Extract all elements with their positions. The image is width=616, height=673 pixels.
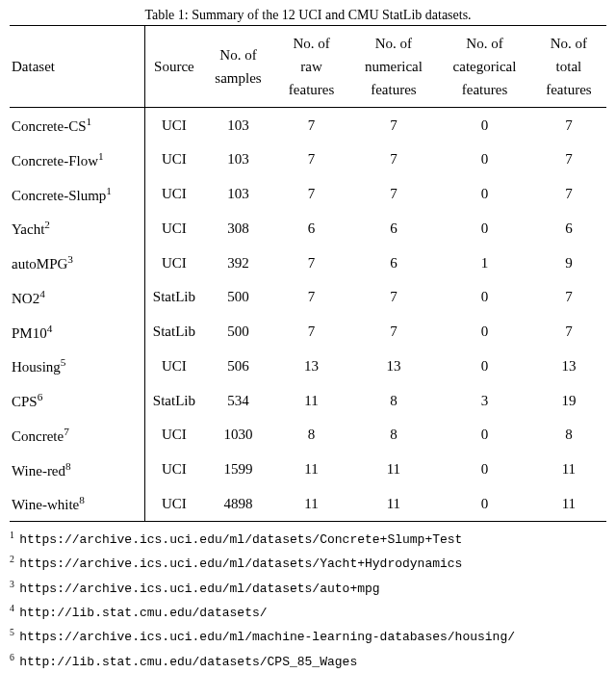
footnote: 6 http://lib.stat.cmu.edu/datasets/CPS_8… xyxy=(10,652,606,669)
cell-total: 11 xyxy=(531,453,606,487)
dataset-footnote-ref: 1 xyxy=(106,185,112,196)
cell-dataset: CPS6 xyxy=(10,383,145,418)
cell-source: StatLib xyxy=(145,315,203,349)
cell-raw: 7 xyxy=(274,315,349,349)
cell-total: 7 xyxy=(531,315,606,349)
cell-source: UCI xyxy=(145,453,203,487)
cell-source: UCI xyxy=(145,108,203,142)
cell-numerical: 7 xyxy=(349,177,439,212)
dataset-name: Wine-white xyxy=(12,497,79,512)
cell-raw: 13 xyxy=(274,349,349,383)
cell-dataset: Wine-red8 xyxy=(10,453,145,487)
cell-numerical: 13 xyxy=(349,349,439,383)
footnote-number: 4 xyxy=(10,603,14,613)
cell-categorical: 1 xyxy=(438,246,531,280)
cell-dataset: Housing5 xyxy=(10,349,145,383)
footnote: 4 http://lib.stat.cmu.edu/datasets/ xyxy=(10,603,606,620)
cell-source: UCI xyxy=(145,211,203,246)
footnote-url: https://archive.ics.uci.edu/ml/datasets/… xyxy=(19,532,462,547)
cell-raw: 11 xyxy=(274,453,349,487)
cell-samples: 4898 xyxy=(202,486,273,521)
cell-numerical: 8 xyxy=(349,383,439,418)
dataset-footnote-ref: 2 xyxy=(44,219,50,230)
cell-source: UCI xyxy=(145,349,203,383)
footnote-url: https://archive.ics.uci.edu/ml/datasets/… xyxy=(19,582,379,596)
cell-total: 9 xyxy=(531,246,606,280)
cell-samples: 534 xyxy=(202,383,273,418)
cell-source: StatLib xyxy=(145,383,203,418)
footnote: 5 https://archive.ics.uci.edu/ml/machine… xyxy=(10,627,606,644)
dataset-name: Housing xyxy=(12,359,61,375)
table-row: autoMPG3UCI3927619 xyxy=(10,246,606,280)
footnote-number: 3 xyxy=(10,579,14,589)
cell-source: UCI xyxy=(145,177,203,212)
footnote-number: 5 xyxy=(10,627,14,637)
cell-raw: 8 xyxy=(274,418,349,453)
cell-dataset: Concrete-CS1 xyxy=(10,108,145,142)
cell-dataset: Concrete7 xyxy=(10,418,145,453)
dataset-footnote-ref: 4 xyxy=(39,288,45,299)
table-row: Wine-red8UCI15991111011 xyxy=(10,453,606,487)
cell-raw: 7 xyxy=(274,108,349,142)
footnote-number: 6 xyxy=(10,652,14,662)
cell-raw: 6 xyxy=(274,211,349,246)
footnote-url: http://lib.stat.cmu.edu/datasets/ xyxy=(19,606,267,620)
cell-categorical: 3 xyxy=(438,383,531,418)
dataset-name: Concrete-Slump xyxy=(12,188,106,203)
cell-categorical: 0 xyxy=(438,108,531,142)
cell-dataset: NO24 xyxy=(10,280,145,315)
cell-source: StatLib xyxy=(145,280,203,315)
cell-source: UCI xyxy=(145,418,203,453)
cell-total: 7 xyxy=(531,142,606,177)
cell-samples: 500 xyxy=(202,280,273,315)
cell-total: 7 xyxy=(531,280,606,315)
dataset-name: CPS xyxy=(12,394,38,409)
cell-dataset: Concrete-Slump1 xyxy=(10,177,145,212)
cell-raw: 7 xyxy=(274,246,349,280)
col-header-raw: No. of raw features xyxy=(274,26,349,108)
datasets-table: Dataset Source No. of samples No. of raw… xyxy=(10,25,606,522)
cell-numerical: 7 xyxy=(349,315,439,349)
dataset-name: NO2 xyxy=(12,291,39,306)
cell-samples: 1030 xyxy=(202,418,273,453)
dataset-name: Concrete-CS xyxy=(12,118,86,134)
dataset-name: Yacht xyxy=(12,221,44,237)
cell-samples: 308 xyxy=(202,211,273,246)
dataset-footnote-ref: 1 xyxy=(86,116,91,127)
cell-raw: 7 xyxy=(274,142,349,177)
cell-categorical: 0 xyxy=(438,486,531,521)
cell-numerical: 6 xyxy=(349,246,439,280)
dataset-footnote-ref: 3 xyxy=(67,253,73,265)
footnotes-block: 1 https://archive.ics.uci.edu/ml/dataset… xyxy=(10,530,606,673)
cell-total: 13 xyxy=(531,349,606,383)
col-header-categorical: No. of categorical features xyxy=(438,26,531,108)
table-row: Concrete-CS1UCI1037707 xyxy=(10,108,606,142)
dataset-footnote-ref: 5 xyxy=(61,356,66,368)
cell-numerical: 11 xyxy=(349,453,439,487)
footnote-url: https://archive.ics.uci.edu/ml/datasets/… xyxy=(19,557,462,572)
cell-source: UCI xyxy=(145,246,203,280)
table-row: Concrete-Slump1UCI1037707 xyxy=(10,177,606,212)
cell-dataset: Yacht2 xyxy=(10,211,145,246)
dataset-footnote-ref: 7 xyxy=(64,426,69,437)
cell-samples: 392 xyxy=(202,246,273,280)
cell-numerical: 8 xyxy=(349,418,439,453)
dataset-name: PM10 xyxy=(12,325,47,341)
table-row: NO24StatLib5007707 xyxy=(10,280,606,315)
table-row: Concrete-Flow1UCI1037707 xyxy=(10,142,606,177)
dataset-footnote-ref: 4 xyxy=(47,323,53,334)
cell-categorical: 0 xyxy=(438,453,531,487)
table-row: CPS6StatLib534118319 xyxy=(10,383,606,418)
cell-raw: 7 xyxy=(274,280,349,315)
table-row: PM104StatLib5007707 xyxy=(10,315,606,349)
cell-samples: 103 xyxy=(202,108,273,142)
footnote: 3 https://archive.ics.uci.edu/ml/dataset… xyxy=(10,579,606,596)
cell-samples: 500 xyxy=(202,315,273,349)
cell-numerical: 6 xyxy=(349,211,439,246)
cell-numerical: 7 xyxy=(349,280,439,315)
footnote: 1 https://archive.ics.uci.edu/ml/dataset… xyxy=(10,530,606,547)
cell-total: 8 xyxy=(531,418,606,453)
cell-numerical: 11 xyxy=(349,486,439,521)
table-row: Housing5UCI5061313013 xyxy=(10,349,606,383)
table-caption: Table 1: Summary of the 12 UCI and CMU S… xyxy=(10,8,606,23)
